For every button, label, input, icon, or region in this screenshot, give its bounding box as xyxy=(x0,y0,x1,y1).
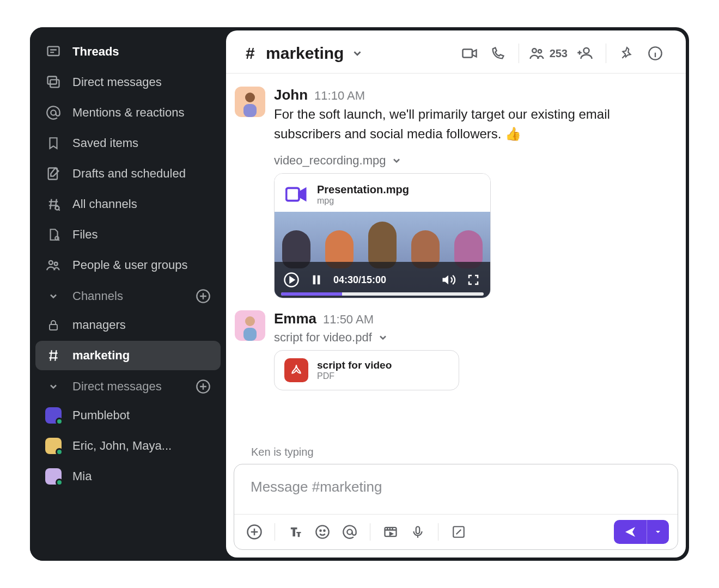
dm-icon xyxy=(45,74,62,90)
video-attachment-card[interactable]: Presentation.mpg mpg xyxy=(274,173,491,298)
attachment-label[interactable]: script for video.pdf xyxy=(274,330,666,345)
nav-saved[interactable]: Saved items xyxy=(35,128,221,158)
svg-point-13 xyxy=(532,48,537,53)
message-list: John 11:10 AM For the soft launch, we'll… xyxy=(226,74,686,445)
svg-point-27 xyxy=(320,530,321,531)
message-input[interactable]: Message #marketing xyxy=(234,464,678,514)
send-button[interactable] xyxy=(614,520,669,544)
send-options-button[interactable] xyxy=(647,520,669,544)
attachment-filename: video_recording.mpg xyxy=(274,154,386,168)
dm-label: Pumblebot xyxy=(72,408,130,422)
svg-rect-12 xyxy=(462,50,472,58)
channel-header: # marketing 253 xyxy=(226,30,686,74)
nav-direct-messages[interactable]: Direct messages xyxy=(35,68,221,97)
message-author[interactable]: John xyxy=(274,87,308,103)
dm-pumblebot[interactable]: Pumblebot xyxy=(35,401,221,430)
fullscreen-button[interactable] xyxy=(465,272,482,288)
attachment-title: script for video xyxy=(317,359,392,371)
separator xyxy=(370,523,370,541)
avatar[interactable] xyxy=(235,87,265,117)
channel-title[interactable]: # marketing xyxy=(246,44,363,63)
message: John 11:10 AM For the soft launch, we'll… xyxy=(235,84,666,308)
nav-drafts[interactable]: Drafts and scheduled xyxy=(35,159,221,188)
hash-symbol: # xyxy=(246,44,255,63)
channel-view: # marketing 253 xyxy=(226,30,686,558)
info-button[interactable] xyxy=(644,42,666,64)
svg-point-8 xyxy=(54,262,58,266)
record-video-button[interactable] xyxy=(379,520,402,543)
pause-button[interactable] xyxy=(308,272,325,288)
svg-rect-19 xyxy=(287,188,299,200)
dm-label: Mia xyxy=(72,469,92,483)
dm-section-header[interactable]: Direct messages xyxy=(35,371,221,400)
emoji-button[interactable] xyxy=(311,520,334,543)
lock-icon xyxy=(45,317,62,333)
video-call-button[interactable] xyxy=(459,42,480,64)
avatar[interactable] xyxy=(235,310,265,341)
svg-rect-0 xyxy=(48,47,59,56)
pin-button[interactable] xyxy=(616,42,638,64)
audio-call-button[interactable] xyxy=(487,42,509,64)
separator xyxy=(519,44,519,63)
add-member-button[interactable] xyxy=(574,42,596,64)
member-count-value: 253 xyxy=(550,47,568,60)
svg-rect-2 xyxy=(50,79,59,87)
attach-button[interactable] xyxy=(243,520,266,543)
attachment-subtype: mpg xyxy=(317,196,409,206)
play-button[interactable] xyxy=(283,272,300,288)
volume-button[interactable] xyxy=(440,272,456,288)
dm-mia[interactable]: Mia xyxy=(35,462,221,491)
nav-label: Direct messages xyxy=(72,75,162,89)
section-label: Direct messages xyxy=(72,379,185,394)
nav-threads[interactable]: Threads xyxy=(35,37,221,66)
record-audio-button[interactable] xyxy=(406,520,429,543)
channel-marketing[interactable]: marketing xyxy=(35,341,221,370)
avatar xyxy=(45,407,62,424)
add-channel-button[interactable] xyxy=(196,289,211,304)
svg-point-14 xyxy=(538,50,541,53)
app-window: Threads Direct messages Mentions & react… xyxy=(30,27,689,561)
svg-rect-10 xyxy=(50,324,57,330)
message: Emma 11:50 AM script for video.pdf scrip… xyxy=(235,308,666,400)
message-time: 11:50 AM xyxy=(323,313,374,327)
nav-mentions[interactable]: Mentions & reactions xyxy=(35,98,221,127)
channel-label: managers xyxy=(72,318,126,332)
member-count[interactable]: 253 xyxy=(529,45,568,62)
svg-point-28 xyxy=(324,530,325,531)
channels-section-header[interactable]: Channels xyxy=(35,281,221,309)
shortcut-button[interactable] xyxy=(447,520,470,543)
section-label: Channels xyxy=(72,289,185,303)
chevron-down-icon xyxy=(351,47,363,59)
message-author[interactable]: Emma xyxy=(274,310,316,327)
presence-indicator xyxy=(56,448,63,456)
nav-label: People & user groups xyxy=(72,258,188,272)
nav-files[interactable]: Files xyxy=(35,220,221,249)
composer-toolbar xyxy=(234,514,678,549)
video-thumbnail[interactable]: 04:30/15:00 xyxy=(275,212,490,298)
pdf-attachment-card[interactable]: script for video PDF xyxy=(274,350,459,390)
presence-indicator xyxy=(56,418,63,425)
presence-indicator xyxy=(56,479,63,486)
svg-rect-21 xyxy=(313,275,316,285)
people-icon xyxy=(45,257,62,273)
svg-point-17 xyxy=(245,93,255,102)
format-button[interactable] xyxy=(284,520,307,543)
nav-label: Threads xyxy=(72,45,119,59)
mention-button[interactable] xyxy=(338,520,361,543)
svg-point-15 xyxy=(584,48,589,53)
svg-rect-18 xyxy=(243,104,257,117)
attachment-label[interactable]: video_recording.mpg xyxy=(274,154,666,168)
message-text: For the soft launch, we'll primarily tar… xyxy=(274,105,666,144)
nav-all-channels[interactable]: All channels xyxy=(35,189,221,219)
nav-label: Drafts and scheduled xyxy=(72,167,186,181)
channel-name: marketing xyxy=(266,44,344,63)
nav-people[interactable]: People & user groups xyxy=(35,250,221,280)
video-progress[interactable] xyxy=(281,292,484,296)
send-icon[interactable] xyxy=(614,520,647,544)
nav-label: Mentions & reactions xyxy=(72,106,184,120)
add-dm-button[interactable] xyxy=(196,379,211,394)
channel-managers[interactable]: managers xyxy=(35,310,221,340)
typing-indicator: Ken is typing xyxy=(226,445,686,464)
svg-rect-31 xyxy=(416,526,420,534)
dm-group[interactable]: Eric, John, Maya... xyxy=(35,431,221,461)
